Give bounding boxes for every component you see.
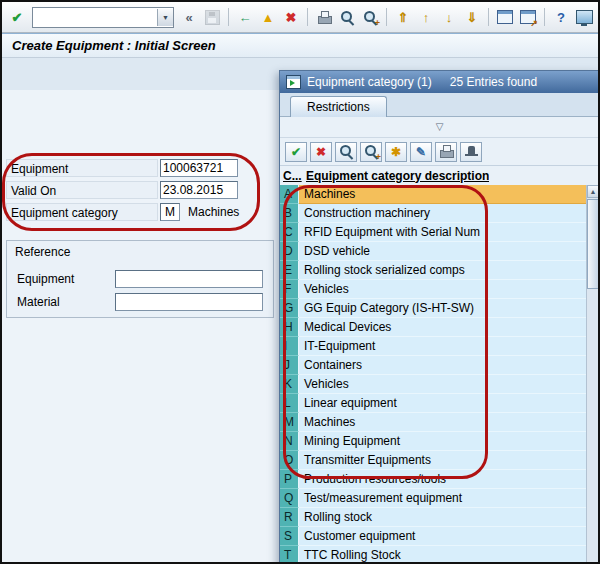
find-icon[interactable] xyxy=(337,7,357,27)
new-session-icon[interactable] xyxy=(495,7,515,27)
command-field[interactable]: ▼ xyxy=(32,7,174,28)
category-code[interactable]: E xyxy=(280,261,299,280)
reference-material-input[interactable] xyxy=(115,293,263,311)
scroll-up-icon[interactable]: ▲ xyxy=(587,185,599,198)
equipment-category-input[interactable] xyxy=(160,203,180,221)
category-code[interactable]: N xyxy=(280,432,299,451)
tab-restrictions[interactable]: Restrictions xyxy=(290,96,387,117)
category-row[interactable]: Q Test/measurement equipment xyxy=(280,489,586,508)
command-dropdown-icon[interactable]: ▼ xyxy=(157,9,173,26)
category-code[interactable]: A xyxy=(280,185,299,204)
category-row[interactable]: H Medical Devices xyxy=(280,318,586,337)
category-description[interactable]: GG Equip Category (IS-HT-SW) xyxy=(299,299,586,318)
category-row[interactable]: K Vehicles xyxy=(280,375,586,394)
category-row[interactable]: A Machines xyxy=(280,185,586,204)
help-icon[interactable]: ? xyxy=(551,7,571,27)
category-description[interactable]: DSD vehicle xyxy=(299,242,586,261)
category-row[interactable]: D DSD vehicle xyxy=(280,242,586,261)
category-description[interactable]: Linear equipment xyxy=(299,394,586,413)
category-row[interactable]: B Construction machinery xyxy=(280,204,586,223)
category-code[interactable]: Q xyxy=(280,489,299,508)
new-values-icon[interactable]: ✱ xyxy=(385,142,407,162)
exit-icon[interactable]: ▲ xyxy=(258,7,278,27)
category-description[interactable]: Test/measurement equipment xyxy=(299,489,586,508)
category-description[interactable]: TTC Rolling Stock xyxy=(299,546,586,564)
valid-on-input[interactable] xyxy=(160,181,238,199)
category-row[interactable]: P Production resources/tools xyxy=(280,470,586,489)
category-row[interactable]: I IT-Equipment xyxy=(280,337,586,356)
category-description[interactable]: IT-Equipment xyxy=(299,337,586,356)
category-description[interactable]: Rolling stock xyxy=(299,508,586,527)
category-code[interactable]: P xyxy=(280,470,299,489)
first-page-icon[interactable]: ⇑ xyxy=(393,7,413,27)
command-input[interactable] xyxy=(33,9,157,26)
category-description[interactable]: Vehicles xyxy=(299,375,586,394)
category-code[interactable]: S xyxy=(280,527,299,546)
category-code[interactable]: J xyxy=(280,356,299,375)
cancel-icon[interactable]: ✖ xyxy=(281,7,301,27)
category-row[interactable]: S Customer equipment xyxy=(280,527,586,546)
find-next-icon[interactable]: + xyxy=(360,142,382,162)
category-code[interactable]: F xyxy=(280,280,299,299)
category-description[interactable]: Mining Equipment xyxy=(299,432,586,451)
category-description[interactable]: Construction machinery xyxy=(299,204,586,223)
back-icon[interactable]: ← xyxy=(235,7,255,27)
last-page-icon[interactable]: ⇓ xyxy=(462,7,482,27)
category-row[interactable]: E Rolling stock serialized comps xyxy=(280,261,586,280)
category-description[interactable]: RFID Equipment with Serial Num xyxy=(299,223,586,242)
category-row[interactable]: J Containers xyxy=(280,356,586,375)
history-icon[interactable]: « xyxy=(179,7,199,27)
display-change-icon[interactable]: ✎ xyxy=(410,142,432,162)
restrictions-collapse-bar[interactable]: ▽ xyxy=(280,117,599,138)
category-row[interactable]: L Linear equipment xyxy=(280,394,586,413)
category-code[interactable]: B xyxy=(280,204,299,223)
category-description[interactable]: Machines xyxy=(299,185,586,204)
category-row[interactable]: N Mining Equipment xyxy=(280,432,586,451)
category-row[interactable]: T TTC Rolling Stock xyxy=(280,546,586,564)
dialog-titlebar[interactable]: Equipment category (1) 25 Entries found xyxy=(280,71,599,93)
category-description[interactable]: Transmitter Equipments xyxy=(299,451,586,470)
category-row[interactable]: C RFID Equipment with Serial Num xyxy=(280,223,586,242)
scrollbar[interactable]: ▲ ▼ xyxy=(586,185,599,564)
category-row[interactable]: G GG Equip Category (IS-HT-SW) xyxy=(280,299,586,318)
column-header-description[interactable]: Equipment category description xyxy=(303,169,489,183)
close-icon[interactable]: ✖ xyxy=(310,142,332,162)
category-row[interactable]: M Machines xyxy=(280,413,586,432)
save-icon[interactable] xyxy=(202,7,222,27)
category-code[interactable]: D xyxy=(280,242,299,261)
enter-icon[interactable]: ✔ xyxy=(7,7,27,27)
create-shortcut-icon[interactable]: ↗ xyxy=(518,7,538,27)
collapse-icon[interactable]: ▽ xyxy=(436,122,444,132)
category-row[interactable]: R Rolling stock xyxy=(280,508,586,527)
category-code[interactable]: T xyxy=(280,546,299,564)
category-code[interactable]: C xyxy=(280,223,299,242)
category-description[interactable]: Vehicles xyxy=(299,280,586,299)
gui-settings-icon[interactable] xyxy=(574,7,594,27)
category-code[interactable]: M xyxy=(280,413,299,432)
find-next-icon[interactable]: + xyxy=(360,7,380,27)
copy-icon[interactable]: ✔ xyxy=(285,142,307,162)
print-icon[interactable] xyxy=(435,142,457,162)
category-description[interactable]: Rolling stock serialized comps xyxy=(299,261,586,280)
reference-equipment-input[interactable] xyxy=(115,270,263,288)
category-description[interactable]: Production resources/tools xyxy=(299,470,586,489)
category-code[interactable]: H xyxy=(280,318,299,337)
category-description[interactable]: Containers xyxy=(299,356,586,375)
scrollbar-thumb[interactable] xyxy=(587,199,599,289)
category-code[interactable]: R xyxy=(280,508,299,527)
find-icon[interactable] xyxy=(335,142,357,162)
category-code[interactable]: I xyxy=(280,337,299,356)
category-description[interactable]: Machines xyxy=(299,413,586,432)
category-code[interactable]: L xyxy=(280,394,299,413)
previous-page-icon[interactable]: ↑ xyxy=(416,7,436,27)
category-code[interactable]: G xyxy=(280,299,299,318)
category-code[interactable]: K xyxy=(280,375,299,394)
category-code[interactable]: O xyxy=(280,451,299,470)
category-description[interactable]: Customer equipment xyxy=(299,527,586,546)
category-row[interactable]: O Transmitter Equipments xyxy=(280,451,586,470)
column-header-category[interactable]: C... xyxy=(280,169,303,183)
category-row[interactable]: F Vehicles xyxy=(280,280,586,299)
equipment-input[interactable] xyxy=(160,159,238,177)
personal-value-list-icon[interactable] xyxy=(460,142,482,162)
print-icon[interactable] xyxy=(314,7,334,27)
